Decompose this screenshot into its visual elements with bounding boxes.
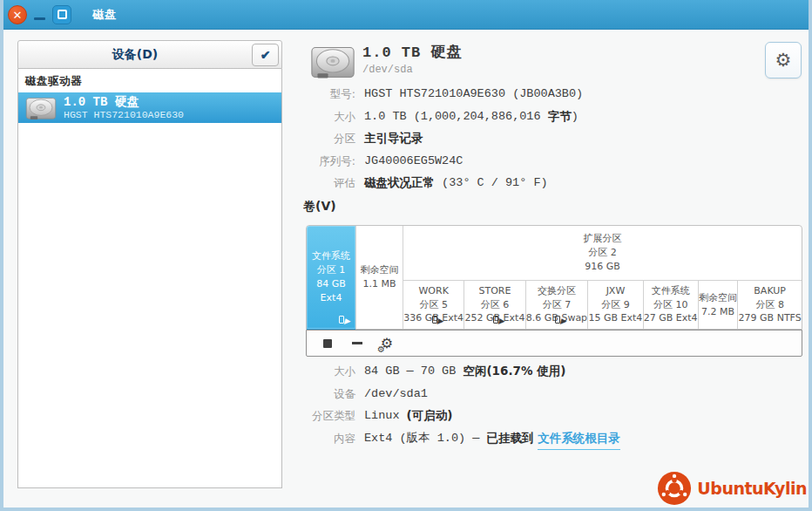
check-icon: ✔ xyxy=(261,48,271,62)
partitioning-label: 分区 xyxy=(293,127,364,150)
sidebar-item-disk-sda[interactable]: 1.0 TB 硬盘 HGST HTS721010A9E630 xyxy=(18,92,281,123)
partition-10-cell[interactable]: 文件系统 分区 10 27 GB Ext4 xyxy=(643,281,698,329)
serial-value: JG40006EG5W24C xyxy=(364,150,463,173)
gears-icon-small: ⚙ xyxy=(377,344,385,354)
detail-row-contents: 内容 Ext4 (版本 1.0) — 已挂载到 文件系统根目录 xyxy=(293,427,620,451)
assessment-value-end: (33° C / 91° F) xyxy=(435,172,548,194)
device-select-button[interactable]: ✔ xyxy=(252,44,279,66)
close-button[interactable]: ✕ xyxy=(8,5,27,24)
volume-size-label: 大小 xyxy=(293,360,364,383)
hard-disk-icon-large xyxy=(310,42,355,82)
detail-row-model: 型号: HGST HTS721010A9E630 (JB00A3B0) xyxy=(293,83,583,106)
device-subtitle: HGST HTS721010A9E630 xyxy=(64,109,184,120)
main-panel: 1.0 TB 硬盘 /dev/sda ⚙ 型号: HGST HTS721010A… xyxy=(293,35,809,508)
assessment-value-bold: 磁盘状况正常 xyxy=(364,172,435,194)
free-space-size: 1.1 MB xyxy=(362,277,396,291)
size-label: 大小 xyxy=(293,106,364,128)
ubuntukylin-logo-text: UbuntuKylin xyxy=(697,479,807,498)
device-list: 磁盘驱动器 1.0 TB 硬盘 HGST HTS721010A9E630 xyxy=(17,69,282,488)
drive-actions-button[interactable]: ⚙ xyxy=(765,42,802,78)
volumes-section-label: 卷(V) xyxy=(303,199,336,215)
volumes-grid: 文件系统 分区 1 84 GB Ext4 ▶ 剩余空间 1.1 MB 扩展分区 … xyxy=(306,225,802,330)
gear-icon: ⚙ xyxy=(775,50,792,70)
window-title: 磁盘 xyxy=(92,7,117,23)
partition-options-button[interactable]: ⚙ ⚙ xyxy=(376,333,397,354)
drive-title: 1.0 TB 硬盘 xyxy=(362,42,462,62)
partition-size: 84 GB Ext4 xyxy=(307,277,355,305)
minimize-button[interactable] xyxy=(33,5,47,24)
unmount-button[interactable] xyxy=(317,333,338,354)
mounted-icon: ▶ xyxy=(560,317,566,325)
partition-2-cell[interactable]: 扩展分区 分区 2 916 GB xyxy=(403,226,802,280)
ubuntukylin-branding: UbuntuKylin xyxy=(657,471,807,506)
extended-partition: 扩展分区 分区 2 916 GB WORK 分区 5 336 GB Ext4 ▶… xyxy=(403,226,802,329)
partition-type-label: 分区类型 xyxy=(293,405,364,427)
detail-row-assessment: 评估 磁盘状况正常 (33° C / 91° F) xyxy=(293,172,583,194)
volume-details: 大小 84 GB — 70 GB 空闲(16.7% 使用) 设备 /dev/sd… xyxy=(293,360,620,450)
minus-icon xyxy=(352,342,362,344)
size-value-bold: 字节 xyxy=(548,106,572,128)
partition-5-cell[interactable]: WORK 分区 5 336 GB Ext4 ▶ xyxy=(403,281,464,329)
free-space-2-cell[interactable]: 剩余空间 7.2 MB xyxy=(698,281,737,329)
model-value: HGST HTS721010A9E630 (JB00A3B0) xyxy=(364,83,583,106)
mounted-icon: ▶ xyxy=(498,317,504,325)
drive-details: 型号: HGST HTS721010A9E630 (JB00A3B0) 大小 1… xyxy=(293,83,583,194)
partition-6-cell[interactable]: STORE 分区 6 252 GB Ext4 ▶ xyxy=(464,281,524,329)
stop-icon xyxy=(323,339,332,348)
delete-partition-button[interactable] xyxy=(347,333,368,354)
partitioning-value: 主引导记录 xyxy=(364,127,423,150)
model-label: 型号: xyxy=(293,83,364,106)
volume-device-label: 设备 xyxy=(293,383,364,405)
mount-point-link[interactable]: 文件系统根目录 xyxy=(538,427,620,451)
device-list-header: 设备(D) ✔ xyxy=(17,40,282,69)
serial-label: 序列号: xyxy=(293,150,364,173)
free-space-1-cell[interactable]: 剩余空间 1.1 MB xyxy=(355,226,403,329)
maximize-icon xyxy=(58,10,67,19)
device-title: 1.0 TB 硬盘 xyxy=(64,96,184,109)
partition-name: 文件系统 xyxy=(312,249,350,263)
device-category-label: 磁盘驱动器 xyxy=(18,69,281,92)
volume-toolbar: ⚙ ⚙ xyxy=(306,330,802,357)
detail-row-partition-type: 分区类型 Linux (可启动) xyxy=(293,405,620,427)
contents-label: 内容 xyxy=(293,427,364,451)
size-value-end: ) xyxy=(572,106,579,128)
mounted-icon: ▶ xyxy=(437,317,443,325)
titlebar: ✕ 磁盘 xyxy=(0,0,812,30)
detail-row-volume-size: 大小 84 GB — 70 GB 空闲(16.7% 使用) xyxy=(293,360,620,383)
detail-row-partitioning: 分区 主引导记录 xyxy=(293,127,583,150)
partition-number: 分区 1 xyxy=(317,263,346,277)
partition-7-cell[interactable]: 交换分区 分区 7 8.6 GB Swap ▶ xyxy=(525,281,588,329)
partition-8-cell[interactable]: BAKUP 分区 8 279 GB NTFS xyxy=(737,281,802,329)
size-value: 1.0 TB (1,000,204,886,016 xyxy=(364,106,548,128)
detail-row-volume-device: 设备 /dev/sda1 xyxy=(293,383,620,405)
detail-row-size: 大小 1.0 TB (1,000,204,886,016 字节) xyxy=(293,106,583,128)
ubuntukylin-logo-icon xyxy=(657,471,692,506)
free-space-label: 剩余空间 xyxy=(361,263,399,277)
partition-number: 分区 2 xyxy=(588,246,617,260)
detail-row-serial: 序列号: JG40006EG5W24C xyxy=(293,150,583,173)
assessment-label: 评估 xyxy=(293,172,364,194)
disks-window: ✕ 磁盘 设备(D) ✔ 磁盘驱动器 1.0 TB 硬盘 HGST HTS721… xyxy=(0,0,812,511)
mounted-icon: ▶ xyxy=(344,317,350,325)
drive-device-path: /dev/sda xyxy=(362,64,462,76)
partition-name: 扩展分区 xyxy=(584,232,622,246)
partition-1-cell[interactable]: 文件系统 分区 1 84 GB Ext4 ▶ xyxy=(307,226,355,329)
maximize-button[interactable] xyxy=(52,5,71,24)
logical-partitions-row: WORK 分区 5 336 GB Ext4 ▶ STORE 分区 6 252 G… xyxy=(403,280,802,329)
hard-disk-icon xyxy=(25,94,57,122)
partition-9-cell[interactable]: JXW 分区 9 15 GB Ext4 xyxy=(587,281,642,329)
partition-size: 916 GB xyxy=(585,260,620,274)
device-list-title: 设备(D) xyxy=(18,47,252,63)
